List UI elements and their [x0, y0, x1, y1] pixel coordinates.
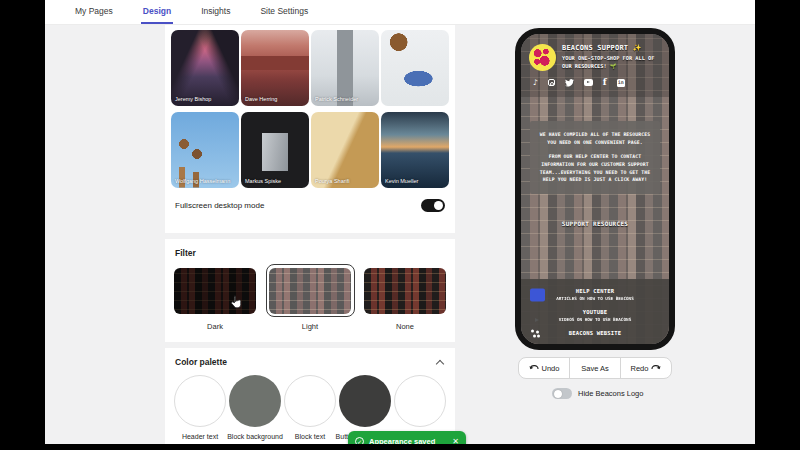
fullscreen-toggle-row: Fullscreen desktop mode — [165, 193, 455, 212]
hide-logo-row: Hide Beacons Logo — [552, 388, 643, 399]
photo-credit: Jeremy Bishop — [175, 96, 211, 103]
filter-option-light[interactable]: Light — [266, 264, 354, 331]
undo-label: Undo — [542, 364, 560, 373]
save-as-button[interactable]: Save As — [569, 358, 620, 378]
background-option-3[interactable]: Patrick Schneider — [311, 30, 379, 106]
background-option-5[interactable]: Wolfgang Hasselmann — [171, 112, 239, 188]
filter-options: Dark Light None — [165, 264, 455, 331]
undo-icon — [529, 364, 539, 372]
link-subtitle: VIDEOS ON HOW TO USE BEACONS — [541, 317, 649, 322]
youtube-icon[interactable] — [584, 79, 593, 86]
link-title: HELP CENTER — [541, 288, 649, 294]
filter-preview-none — [364, 268, 446, 314]
top-nav: My Pages Design Insights Site Settings — [45, 0, 755, 25]
history-button-group: Undo Save As Redo — [518, 357, 672, 379]
background-option-2[interactable]: Dave Herring — [241, 30, 309, 106]
swatch-label: Block text — [279, 432, 341, 441]
facebook-icon[interactable]: f — [603, 78, 607, 87]
filter-preview-light — [269, 268, 351, 314]
intro-paragraph-2: FROM OUR HELP CENTER TO CONTACT INFORMAT… — [537, 153, 653, 184]
redo-icon — [651, 364, 661, 372]
background-option-6[interactable]: Markus Spiske — [241, 112, 309, 188]
photo-credit: Pourya Sharifi — [315, 178, 350, 185]
tiktok-icon[interactable]: ♪ — [533, 79, 538, 87]
intro-paragraph-1: WE HAVE COMPILED ALL OF THE RESOURCES YO… — [537, 131, 653, 146]
hide-logo-toggle[interactable] — [552, 388, 572, 399]
beacons-avatar — [529, 44, 556, 71]
left-letterbox — [0, 0, 45, 450]
filter-option-none[interactable]: None — [361, 264, 449, 331]
link-subtitle: ARTICLES ON HOW TO USE BEACONS — [541, 296, 649, 301]
phone-preview: BEACONS SUPPORT ✨ YOUR ONE-STOP-SHOP FOR… — [515, 28, 675, 350]
color-swatch[interactable] — [339, 375, 391, 427]
photo-credit: Patrick Schneider — [315, 96, 358, 103]
toggle-knob — [434, 201, 443, 210]
photo-credit: Markus Spiske — [245, 178, 281, 185]
fullscreen-toggle[interactable] — [421, 199, 445, 212]
photo-credit: Kevin Mueller — [385, 178, 418, 185]
link-help-center[interactable]: HELP CENTER ARTICLES ON HOW TO USE BEACO… — [521, 284, 669, 305]
twitter-icon[interactable] — [565, 79, 574, 87]
support-resources-heading: SUPPORT RESOURCES — [521, 220, 669, 227]
toggle-knob — [554, 390, 562, 398]
social-icons-row: ♪ f in — [529, 71, 661, 93]
profile-title: BEACONS SUPPORT ✨ — [562, 44, 661, 52]
tab-site-settings[interactable]: Site Settings — [258, 0, 310, 24]
link-list: HELP CENTER ARTICLES ON HOW TO USE BEACO… — [521, 279, 669, 344]
design-editor: My Pages Design Insights Site Settings J… — [0, 0, 800, 450]
swatch-label: Block background — [224, 432, 286, 441]
filter-label: None — [396, 322, 414, 331]
chevron-up-icon[interactable] — [436, 359, 444, 367]
link-beacons-website[interactable]: BEACONS WEBSITE — [521, 326, 669, 340]
redo-label: Redo — [631, 364, 649, 373]
swatch-header-text: Header text — [173, 375, 227, 441]
color-swatch[interactable] — [284, 375, 336, 427]
filter-label: Dark — [207, 322, 223, 331]
color-swatch[interactable] — [174, 375, 226, 427]
background-option-8[interactable]: Kevin Mueller — [381, 112, 449, 188]
beacons-logo-icon — [530, 329, 540, 338]
background-grid: Jeremy Bishop Dave Herring Patrick Schne… — [165, 25, 455, 193]
filter-label: Light — [302, 322, 318, 331]
hide-logo-label: Hide Beacons Logo — [578, 389, 643, 398]
color-palette-title: Color palette — [175, 357, 227, 367]
undo-button[interactable]: Undo — [519, 358, 569, 378]
color-swatch[interactable] — [394, 375, 446, 427]
save-as-label: Save As — [581, 364, 609, 373]
tab-my-pages[interactable]: My Pages — [73, 0, 115, 24]
bottom-letterbox — [0, 444, 800, 450]
swatch-label: Header text — [169, 432, 231, 441]
link-title: BEACONS WEBSITE — [541, 330, 649, 336]
intro-text-block: WE HAVE COMPILED ALL OF THE RESOURCES YO… — [530, 121, 660, 194]
photo-credit: Wolfgang Hasselmann — [175, 178, 230, 185]
photo-credit: Dave Herring — [245, 96, 277, 103]
filter-title: Filter — [165, 239, 455, 264]
color-swatch[interactable] — [229, 375, 281, 427]
link-title: YOUTUBE — [541, 309, 649, 315]
filter-preview-dark — [174, 268, 256, 314]
redo-button[interactable]: Redo — [620, 358, 671, 378]
profile-header: BEACONS SUPPORT ✨ YOUR ONE-STOP-SHOP FOR… — [521, 34, 669, 97]
tab-design[interactable]: Design — [141, 0, 173, 24]
fullscreen-label: Fullscreen desktop mode — [175, 201, 264, 210]
background-picker-card: Jeremy Bishop Dave Herring Patrick Schne… — [165, 25, 455, 233]
instagram-icon[interactable] — [548, 79, 555, 86]
swatch-block-background: Block background — [228, 375, 282, 441]
filter-option-dark[interactable]: Dark — [171, 264, 259, 331]
link-youtube[interactable]: YOUTUBE VIDEOS ON HOW TO USE BEACONS — [521, 305, 669, 326]
background-option-1[interactable]: Jeremy Bishop — [171, 30, 239, 106]
swatch-block-text: Block text — [283, 375, 337, 441]
background-option-7[interactable]: Pourya Sharifi — [311, 112, 379, 188]
tab-insights[interactable]: Insights — [199, 0, 232, 24]
profile-subtitle: YOUR ONE-STOP-SHOP FOR ALL OF OUR RESOUR… — [562, 55, 661, 71]
background-option-4[interactable] — [381, 30, 449, 106]
filter-card: Filter Dark Light None — [165, 239, 455, 342]
linkedin-icon[interactable]: in — [617, 79, 625, 87]
right-letterbox — [755, 0, 800, 450]
